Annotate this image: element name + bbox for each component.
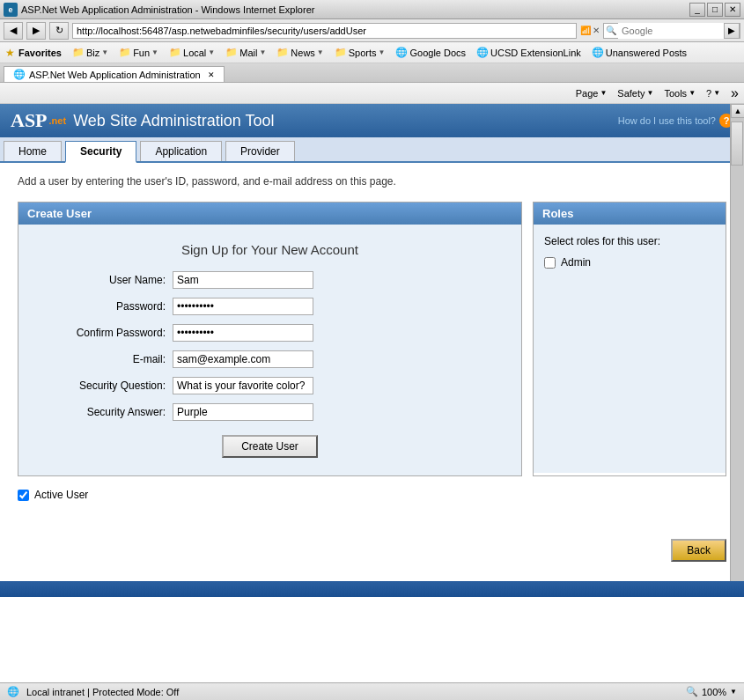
status-left: 🌐 Local intranet | Protected Mode: Off	[7, 686, 179, 697]
tab-label: ASP.Net Web Application Administration	[29, 70, 201, 80]
fav-item-news[interactable]: 📁 News ▼	[273, 45, 327, 60]
roles-panel-body: Select roles for this user: Admin	[534, 225, 726, 473]
confirm-password-row: Confirm Password:	[36, 324, 504, 342]
fav-item-mail[interactable]: 📁 Mail ▼	[222, 45, 269, 60]
favorites-bar: ★ Favorites 📁 Biz ▼ 📁 Fun ▼ 📁 Local ▼ 📁 …	[0, 42, 744, 63]
search-input[interactable]	[618, 23, 724, 39]
asp-text: ASP	[11, 109, 48, 132]
help-label: ?	[706, 88, 711, 99]
footer-bar	[0, 581, 744, 597]
fav-sports-arrow: ▼	[379, 48, 386, 56]
close-button[interactable]: ✕	[725, 3, 740, 17]
address-input[interactable]	[72, 23, 577, 39]
tab-close-icon[interactable]: ✕	[208, 70, 215, 79]
tab-favicon: 🌐	[13, 69, 26, 80]
safety-arrow-icon: ▼	[647, 89, 654, 97]
title-bar: e ASP.Net Web Application Administration…	[0, 0, 744, 19]
security-question-row: Security Question:	[36, 377, 504, 394]
asp-title: Web Site Administration Tool	[73, 112, 274, 130]
asp-net-text: .net	[49, 115, 67, 126]
page-content: Add a user by entering the user's ID, pa…	[0, 163, 744, 513]
help-button[interactable]: ? ▼	[703, 86, 724, 100]
confirm-password-label: Confirm Password:	[36, 327, 173, 339]
password-input[interactable]	[173, 298, 313, 315]
roles-panel: Roles Select roles for this user: Admin	[533, 202, 726, 476]
fav-item-local[interactable]: 📁 Local ▼	[166, 45, 218, 60]
safety-menu[interactable]: Safety ▼	[614, 86, 657, 100]
username-label: User Name:	[36, 274, 173, 286]
vscroll-top-area: »	[731, 85, 739, 101]
fav-biz-icon: 📁	[72, 47, 85, 58]
asp-header: ASP .net Web Site Administration Tool Ho…	[0, 104, 744, 137]
description-text: Add a user by entering the user's ID, pa…	[18, 175, 726, 188]
create-user-button[interactable]: Create User	[222, 435, 318, 458]
security-question-input[interactable]	[173, 377, 313, 394]
zoom-level: 100%	[702, 687, 726, 697]
google-favicon: 🔍	[604, 26, 618, 35]
role-admin-checkbox[interactable]	[544, 257, 556, 269]
username-row: User Name:	[36, 271, 504, 289]
username-input[interactable]	[173, 271, 313, 289]
zoom-arrow-icon[interactable]: ▼	[730, 688, 737, 696]
stop-button[interactable]: ✕	[593, 26, 600, 35]
browser-content: ASP .net Web Site Administration Tool Ho…	[0, 104, 744, 597]
status-icon: 🌐	[7, 686, 19, 697]
ie-toolbar: Page ▼ Safety ▼ Tools ▼ ? ▼ »	[0, 83, 744, 104]
asp-logo: ASP .net Web Site Administration Tool	[11, 109, 275, 132]
security-answer-row: Security Answer:	[36, 403, 504, 421]
status-zone: Local intranet | Protected Mode: Off	[26, 687, 179, 697]
help-link-text: How do I use this tool?	[618, 115, 716, 126]
active-user-label: Active User	[34, 489, 88, 501]
browser-icon: e	[4, 3, 18, 17]
active-user-checkbox[interactable]	[18, 490, 29, 501]
fav-item-unanswered[interactable]: 🌐 Unanswered Posts	[588, 45, 690, 60]
fav-mail-icon: 📁	[225, 47, 238, 58]
status-right: 🔍 100% ▼	[686, 686, 737, 697]
restore-button[interactable]: □	[707, 3, 723, 17]
vertical-scrollbar[interactable]: ▲ ▼	[730, 104, 744, 597]
role-admin-item: Admin	[544, 256, 715, 269]
browser-tab-bar: 🌐 ASP.Net Web Application Administration…	[0, 63, 744, 83]
forward-nav-button[interactable]: ▶	[26, 22, 46, 40]
fav-item-sports[interactable]: 📁 Sports ▼	[331, 45, 389, 60]
tab-home[interactable]: Home	[4, 141, 62, 161]
password-label: Password:	[36, 300, 173, 313]
help-arrow-icon: ▼	[713, 89, 720, 97]
password-row: Password:	[36, 298, 504, 315]
security-answer-label: Security Answer:	[36, 406, 173, 418]
scroll-thumb[interactable]	[731, 122, 743, 166]
help-link[interactable]: How do I use this tool? ?	[618, 114, 733, 128]
refresh-button[interactable]: ↻	[49, 22, 69, 40]
fav-unanswered-icon: 🌐	[592, 47, 604, 58]
signup-title: Sign Up for Your New Account	[36, 242, 504, 257]
scroll-up-button[interactable]: ▲	[731, 104, 744, 118]
tools-label: Tools	[664, 88, 687, 99]
safety-label: Safety	[617, 88, 645, 99]
tools-menu[interactable]: Tools ▼	[660, 86, 699, 100]
fav-item-google-docs[interactable]: 🌐 Google Docs	[392, 45, 469, 60]
fav-ucsd-icon: 🌐	[476, 47, 489, 58]
back-nav-button[interactable]: ◀	[4, 22, 23, 40]
tab-security[interactable]: Security	[65, 141, 136, 163]
back-button[interactable]: Back	[671, 539, 726, 562]
fav-item-biz[interactable]: 📁 Biz ▼	[69, 45, 112, 60]
fav-local-icon: 📁	[169, 47, 181, 58]
minimize-button[interactable]: _	[689, 3, 705, 17]
favorites-star-icon: ★	[5, 47, 15, 59]
search-submit-button[interactable]: ▶	[724, 23, 740, 39]
email-input[interactable]	[173, 350, 313, 368]
tab-application[interactable]: Application	[140, 141, 222, 161]
role-admin-label: Admin	[561, 256, 591, 269]
fav-local-arrow: ▼	[208, 48, 215, 56]
browser-tab[interactable]: 🌐 ASP.Net Web Application Administration…	[4, 66, 225, 82]
scroll-track	[731, 118, 744, 583]
page-menu[interactable]: Page ▼	[572, 86, 611, 100]
tab-provider[interactable]: Provider	[225, 141, 295, 161]
security-answer-input[interactable]	[173, 403, 313, 421]
confirm-password-input[interactable]	[173, 324, 313, 342]
create-btn-row: Create User	[36, 435, 504, 458]
fav-item-ucsd[interactable]: 🌐 UCSD ExtensionLink	[473, 45, 585, 60]
fav-item-fun[interactable]: 📁 Fun ▼	[115, 45, 162, 60]
fav-sports-icon: 📁	[335, 47, 347, 58]
nav-tabs: Home Security Application Provider	[0, 137, 744, 163]
